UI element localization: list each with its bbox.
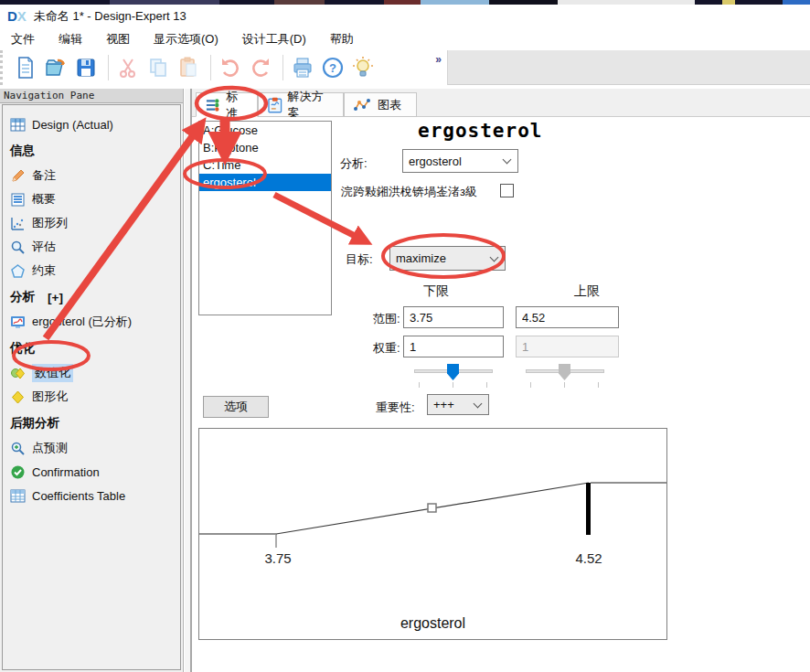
analysis-dropdown-value: ergosterol xyxy=(403,155,504,168)
analysis-label: 分析: xyxy=(340,155,368,172)
nav-label: 图形化 xyxy=(32,389,68,405)
nav-item-summary[interactable]: 概要 xyxy=(10,187,180,211)
goal-dropdown-value: maximize xyxy=(390,251,491,265)
ramp-plot xyxy=(199,429,666,639)
menu-bar: 文件 编辑 视图 显示选项(O) 设计工具(D) 帮助 xyxy=(0,27,810,50)
open-file-button[interactable] xyxy=(42,54,69,81)
ramp-drag-marker[interactable] xyxy=(428,504,436,512)
nav-item-constraints[interactable]: 约束 xyxy=(10,259,180,283)
nav-section-analysis: 分析 [+] xyxy=(10,284,180,310)
nav-item-confirmation[interactable]: Confirmation xyxy=(10,460,180,484)
tab-label: 图表 xyxy=(378,97,401,113)
svg-text:?: ? xyxy=(329,61,336,75)
listbox-item-glucose[interactable]: A:Glucose xyxy=(199,122,331,139)
listbox-item-peptone[interactable]: B:Peptone xyxy=(199,139,331,156)
paste-clipboard-icon xyxy=(176,56,200,80)
range-lower-input[interactable] xyxy=(403,306,504,328)
slider-tick xyxy=(564,382,565,388)
slider-tick xyxy=(419,382,420,388)
pencil-icon xyxy=(10,168,26,184)
tab-solutions[interactable]: 解决方案 xyxy=(258,92,344,117)
weight-lower-input[interactable] xyxy=(403,336,504,357)
menu-design-tools[interactable]: 设计工具(D) xyxy=(240,28,308,50)
tab-strip: 标准 解决方案 图表 xyxy=(192,89,810,117)
nav-label: ergosterol (已分析) xyxy=(32,314,132,330)
listbox-item-time[interactable]: C:Time xyxy=(199,156,331,174)
table-icon xyxy=(10,117,26,133)
nav-section-badge[interactable]: [+] xyxy=(48,291,63,304)
nav-item-graphical-optimization[interactable]: 图形化 xyxy=(10,385,180,409)
nav-item-numerical-optimization[interactable]: 数值化 xyxy=(10,361,180,385)
help-button[interactable]: ? xyxy=(319,54,346,81)
menu-file[interactable]: 文件 xyxy=(9,28,37,50)
option-checkbox-label: 浣跨敤鎺洪梲锛堝崟渚з級 xyxy=(341,184,477,200)
lower-limit-header: 下限 xyxy=(423,283,449,300)
navigation-pane-header: Navigation Pane xyxy=(0,89,183,103)
nav-item-notes[interactable]: 备注 xyxy=(10,164,180,187)
nav-label: 备注 xyxy=(32,167,56,184)
magnifier-icon xyxy=(10,240,26,255)
ramp-lower-value: 3.75 xyxy=(264,550,291,566)
redo-icon xyxy=(249,56,272,80)
ramp-upper-handle[interactable] xyxy=(586,483,591,535)
tab-graphs[interactable]: 图表 xyxy=(344,92,417,117)
redo-button[interactable] xyxy=(247,54,274,81)
options-button[interactable]: 选项 xyxy=(203,396,269,418)
slider-tick xyxy=(598,382,599,388)
new-document-button[interactable] xyxy=(12,54,39,81)
nav-section-label: 优化 xyxy=(10,340,35,357)
confirmation-check-icon xyxy=(10,464,26,480)
menu-display-options[interactable]: 显示选项(O) xyxy=(152,28,220,50)
goal-dropdown[interactable]: maximize xyxy=(389,246,506,271)
tab-criteria[interactable]: 标准 xyxy=(196,92,258,117)
tips-button[interactable] xyxy=(349,54,377,81)
summary-icon xyxy=(10,192,26,208)
cut-button[interactable] xyxy=(114,54,142,81)
toolbar-overflow-chevron[interactable]: » xyxy=(435,53,442,66)
option-checkbox[interactable] xyxy=(500,184,514,197)
paste-button[interactable] xyxy=(175,54,202,81)
nav-label: Confirmation xyxy=(32,465,100,479)
help-icon: ? xyxy=(321,56,345,80)
range-upper-input[interactable] xyxy=(516,306,619,328)
weight-upper-input[interactable] xyxy=(516,336,619,357)
pane-splitter[interactable] xyxy=(185,89,192,672)
print-button[interactable] xyxy=(289,54,316,81)
nav-item-evaluation[interactable]: 评估 xyxy=(10,235,180,259)
criteria-icon xyxy=(206,98,220,112)
nav-item-coefficients-table[interactable]: Coefficients Table xyxy=(10,484,180,507)
analysis-dropdown[interactable]: ergosterol xyxy=(402,149,518,173)
copy-button[interactable] xyxy=(144,54,172,81)
nav-label: Design (Actual) xyxy=(32,118,113,132)
pentagon-icon xyxy=(10,263,26,279)
response-listbox[interactable]: A:Glucose B:Peptone C:Time ergosterol xyxy=(198,121,332,315)
upper-limit-header: 上限 xyxy=(574,283,600,300)
listbox-item-ergosterol[interactable]: ergosterol xyxy=(199,174,331,191)
nav-label: Coefficients Table xyxy=(32,489,125,503)
nav-label: 评估 xyxy=(32,239,56,255)
app-window: DX 未命名 1* - Design-Expert 13 文件 编辑 视图 显示… xyxy=(0,0,810,672)
numeric-optimization-icon xyxy=(10,366,26,381)
slider-tick xyxy=(530,382,531,388)
undo-button[interactable] xyxy=(217,54,244,81)
nav-label-selected: 数值化 xyxy=(32,364,73,382)
nav-item-ergosterol-analyzed[interactable]: ergosterol (已分析) xyxy=(10,310,180,334)
nav-item-point-prediction[interactable]: 点预测 xyxy=(10,436,180,460)
menu-help[interactable]: 帮助 xyxy=(328,28,356,50)
chevron-down-icon xyxy=(503,155,512,165)
menu-view[interactable]: 视图 xyxy=(104,28,132,50)
nav-item-design-actual[interactable]: Design (Actual) xyxy=(10,112,180,136)
nav-item-graph-columns[interactable]: 图形列 xyxy=(10,211,180,235)
slider-tick xyxy=(453,382,453,388)
save-button[interactable] xyxy=(72,54,100,81)
menu-edit[interactable]: 编辑 xyxy=(57,28,84,50)
lightbulb-icon xyxy=(351,56,375,80)
toolbar-zone: ? » xyxy=(0,50,810,85)
title-bar: DX 未命名 1* - Design-Expert 13 xyxy=(0,5,810,27)
nav-section-optimization: 优化 xyxy=(10,336,180,361)
cut-scissors-icon xyxy=(116,56,140,80)
window-title: 未命名 1* - Design-Expert 13 xyxy=(34,8,187,25)
dx-logo-icon: DX xyxy=(7,8,27,24)
nav-section-label: 信息 xyxy=(10,143,35,159)
importance-dropdown[interactable]: +++ xyxy=(427,394,489,415)
